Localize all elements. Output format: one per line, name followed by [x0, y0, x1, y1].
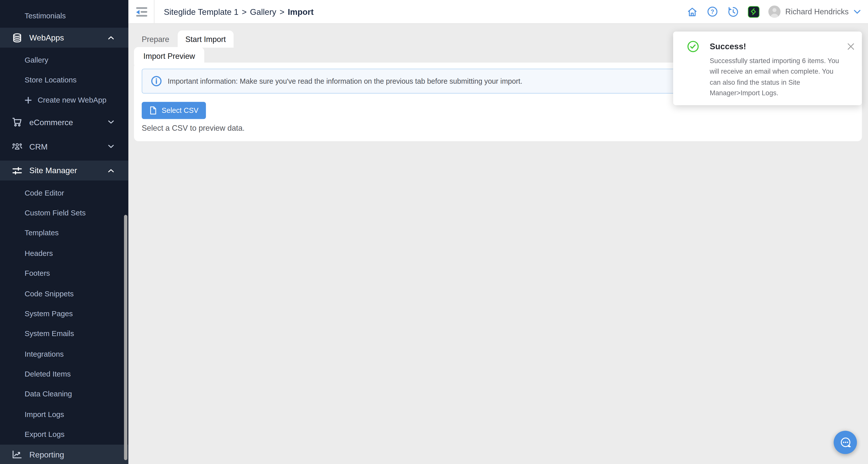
topbar-actions: ? — [686, 0, 861, 23]
sidebar-item-label: Testimonials — [25, 11, 66, 20]
sidebar-item-system-emails[interactable]: System Emails — [0, 324, 128, 344]
sidebar-item-label: System Emails — [25, 329, 74, 338]
breadcrumb[interactable]: Siteglide Template 1>Gallery>Import — [164, 0, 313, 23]
sidebar-item-label: Store Locations — [25, 76, 76, 84]
breadcrumb-siteglide-template-1[interactable]: Siteglide Template 1 — [164, 7, 238, 16]
file-icon — [149, 106, 157, 115]
avatar — [768, 5, 780, 18]
sidebar-item-label: Site Manager — [29, 166, 77, 175]
main-tabs: PrepareStart Import — [142, 30, 234, 48]
sidebar-item-label: Export Logs — [25, 430, 65, 439]
sidebar-item-footers[interactable]: Footers — [0, 263, 128, 283]
sidebar-item-code-editor[interactable]: Code Editor — [0, 183, 128, 203]
sidebar-item-label: Data Cleaning — [25, 390, 72, 398]
breadcrumb-separator: > — [280, 7, 284, 16]
sidebar-item-label: Custom Field Sets — [25, 209, 86, 217]
arrow-left-icon — [136, 10, 140, 14]
plus-icon — [25, 97, 31, 103]
sidebar-item-reporting[interactable]: Reporting — [0, 445, 128, 464]
close-icon[interactable] — [847, 43, 854, 50]
sidebar-item-label: Create new WebApp — [38, 96, 106, 104]
collapse-bar — [136, 7, 147, 9]
sidebar-item-label: Deleted Items — [25, 370, 71, 378]
toast-message-line: can also find the status in Site — [710, 78, 851, 88]
chevron-up-icon — [108, 36, 114, 39]
toast-message-line: Manager>Import Logs. — [710, 88, 851, 99]
home-icon[interactable] — [686, 6, 698, 17]
help-icon[interactable]: ? — [707, 6, 718, 17]
sidebar-item-label: eCommerce — [29, 118, 73, 127]
breadcrumb-gallery[interactable]: Gallery — [250, 7, 276, 16]
sidebar-item-ecommerce[interactable]: eCommerce — [0, 112, 128, 133]
collapse-bar — [136, 15, 147, 17]
sidebar-item-export-logs[interactable]: Export Logs — [0, 425, 128, 445]
select-csv-label: Select CSV — [162, 106, 199, 115]
csv-hint-text: Select a CSV to preview data. — [142, 123, 245, 132]
sidebar-item-label: WebApps — [29, 33, 64, 42]
sidebar-item-label: Headers — [25, 249, 53, 257]
users-icon — [12, 142, 22, 150]
sidebar-item-label: Code Editor — [25, 188, 64, 197]
select-csv-button[interactable]: Select CSV — [142, 102, 206, 119]
tab-start-import[interactable]: Start Import — [178, 30, 234, 48]
sidebar-item-integrations[interactable]: Integrations — [0, 344, 128, 364]
tab-prepare[interactable]: Prepare — [142, 30, 169, 48]
topbar: Siteglide Template 1>Gallery>Import ? — [128, 0, 868, 24]
sidebar-item-site-manager[interactable]: Site Manager — [0, 161, 128, 181]
toast-message-line: will receive an email when complete. You — [710, 67, 851, 78]
collapse-bar — [141, 11, 147, 13]
sidebar-item-testimonials[interactable]: Testimonials — [0, 5, 128, 26]
success-toast: Success! Successfully started importing … — [673, 32, 862, 105]
database-icon — [12, 33, 22, 42]
sidebar-item-label: Integrations — [25, 350, 64, 358]
sidebar-item-label: Reporting — [29, 450, 64, 459]
sidebar-item-crm[interactable]: CRM — [0, 137, 128, 156]
chart-icon — [12, 450, 22, 459]
breadcrumb-separator: > — [242, 7, 247, 16]
toast-message: Successfully started importing 6 items. … — [710, 56, 851, 98]
sidebar-item-data-cleaning[interactable]: Data Cleaning — [0, 384, 128, 404]
sidebar-item-headers[interactable]: Headers — [0, 243, 128, 263]
tab-import-preview[interactable]: Import Preview — [134, 47, 205, 65]
sidebar-item-label: CRM — [29, 142, 48, 151]
breadcrumb-import[interactable]: Import — [288, 7, 314, 16]
sidebar-item-code-snippets[interactable]: Code Snippets — [0, 283, 128, 303]
cart-icon — [12, 118, 22, 127]
check-circle-icon — [687, 40, 699, 53]
sidebar-item-import-logs[interactable]: Import Logs — [0, 404, 128, 424]
chevron-down-icon — [108, 120, 114, 124]
chevron-down-icon — [854, 9, 861, 14]
sidebar-scrollbar[interactable] — [124, 215, 127, 460]
sliders-icon — [12, 166, 22, 175]
siteglide-logo-icon[interactable] — [748, 6, 759, 17]
sidebar-item-deleted-items[interactable]: Deleted Items — [0, 364, 128, 384]
sidebar-item-custom-field-sets[interactable]: Custom Field Sets — [0, 203, 128, 223]
svg-text:?: ? — [711, 8, 714, 15]
chat-button[interactable] — [834, 431, 857, 454]
sidebar-item-label: Code Snippets — [25, 289, 73, 298]
topbar-divider — [154, 0, 154, 23]
app-window: TestimonialsWebAppsGalleryStore Location… — [0, 0, 868, 464]
toast-title: Success! — [710, 41, 746, 51]
user-menu[interactable]: Richard Hendricks — [768, 5, 861, 18]
sidebar-nav-list: TestimonialsWebAppsGalleryStore Location… — [0, 0, 128, 464]
sidebar-item-label: Gallery — [25, 56, 48, 64]
info-banner-text: Important information: Make sure you've … — [168, 77, 522, 85]
sidebar-item-store-locations[interactable]: Store Locations — [0, 70, 128, 90]
sidebar-item-label: System Pages — [25, 310, 73, 318]
sidebar-item-label: Import Logs — [25, 410, 64, 418]
sidebar-item-label: Footers — [25, 269, 50, 278]
sidebar-item-system-pages[interactable]: System Pages — [0, 303, 128, 324]
sidebar-item-webapps[interactable]: WebApps — [0, 28, 128, 48]
sidebar-item-gallery[interactable]: Gallery — [0, 50, 128, 70]
chat-bubble-icon — [838, 436, 852, 450]
history-icon[interactable] — [727, 6, 739, 17]
sidebar-item-templates[interactable]: Templates — [0, 223, 128, 243]
chevron-down-icon — [108, 145, 114, 148]
sidebar-item-label: Templates — [25, 229, 59, 237]
sidebar-item-create-new-webapp[interactable]: Create new WebApp — [0, 90, 128, 110]
user-name: Richard Hendricks — [785, 7, 849, 16]
toast-message-line: Successfully started importing 6 items. … — [710, 56, 851, 67]
collapse-mid — [136, 10, 147, 14]
collapse-sidebar-icon[interactable] — [136, 7, 147, 17]
